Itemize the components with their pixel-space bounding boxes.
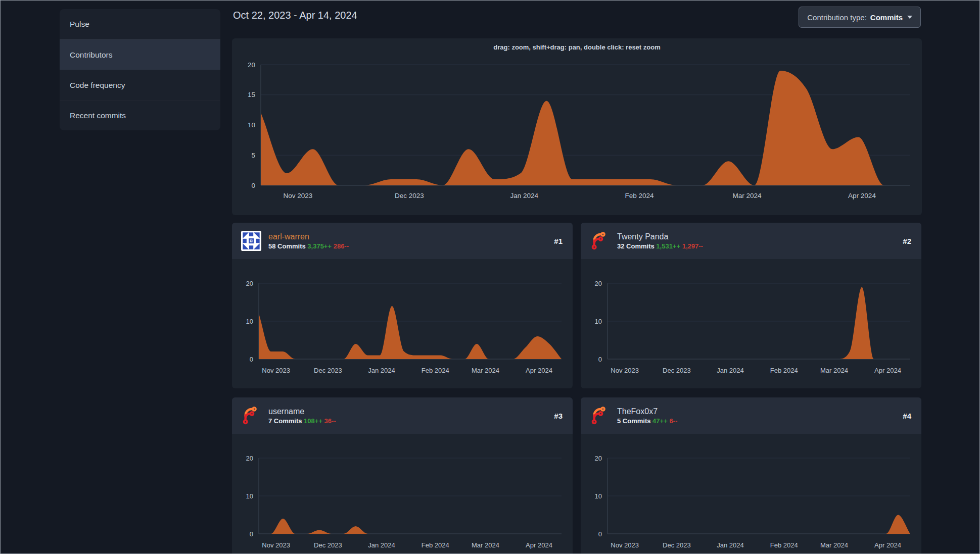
repo-activity-contributors-page: Pulse Contributors Code frequency Recent… bbox=[0, 0, 980, 554]
contributor-stats: 58 Commits 3,375++ 286-- bbox=[268, 242, 554, 250]
svg-text:Apr 2024: Apr 2024 bbox=[874, 367, 901, 374]
deletions-count: 36-- bbox=[324, 417, 336, 425]
svg-text:20: 20 bbox=[595, 280, 602, 287]
svg-text:10: 10 bbox=[246, 318, 253, 325]
contributor-activity-chart[interactable]: 01020Nov 2023Dec 2023Jan 2024Feb 2024Mar… bbox=[581, 434, 921, 554]
svg-text:Feb 2024: Feb 2024 bbox=[422, 367, 449, 374]
svg-text:Apr 2024: Apr 2024 bbox=[874, 541, 901, 549]
svg-text:Dec 2023: Dec 2023 bbox=[395, 192, 424, 199]
forgejo-logo-avatar bbox=[590, 406, 610, 426]
deletions-count: 286-- bbox=[334, 242, 349, 250]
sidebar-item-pulse[interactable]: Pulse bbox=[60, 9, 220, 39]
svg-text:Mar 2024: Mar 2024 bbox=[820, 367, 848, 374]
svg-text:Nov 2023: Nov 2023 bbox=[262, 541, 290, 549]
svg-text:5: 5 bbox=[251, 152, 255, 159]
contributor-card-header: earl-warren 58 Commits 3,375++ 286-- #1 bbox=[232, 223, 573, 259]
contributor-card-header: username 7 Commits 108++ 36-- #3 bbox=[232, 397, 573, 434]
svg-text:Nov 2023: Nov 2023 bbox=[611, 541, 639, 549]
svg-text:Apr 2024: Apr 2024 bbox=[526, 541, 552, 549]
contributor-card-header: Twenty Panda 32 Commits 1,531++ 1,297-- … bbox=[581, 223, 921, 259]
svg-text:Jan 2024: Jan 2024 bbox=[717, 541, 744, 549]
svg-text:0: 0 bbox=[251, 182, 255, 189]
deletions-count: 6-- bbox=[669, 417, 677, 425]
contributor-name: TheFox0x7 bbox=[617, 407, 903, 417]
avatar bbox=[241, 231, 261, 251]
svg-text:0: 0 bbox=[250, 530, 253, 538]
svg-text:Nov 2023: Nov 2023 bbox=[284, 192, 313, 199]
svg-text:0: 0 bbox=[598, 356, 602, 363]
date-range-title: Oct 22, 2023 - Apr 14, 2024 bbox=[233, 10, 357, 21]
rank-badge: #3 bbox=[554, 412, 563, 420]
additions-count: 3,375++ bbox=[307, 242, 332, 250]
sidebar-item-contributors[interactable]: Contributors bbox=[60, 39, 220, 70]
sidebar-item-code-frequency[interactable]: Code frequency bbox=[60, 70, 220, 100]
activity-sidebar: Pulse Contributors Code frequency Recent… bbox=[60, 9, 220, 130]
svg-text:Jan 2024: Jan 2024 bbox=[368, 367, 395, 374]
contributor-card-4: TheFox0x7 5 Commits 47++ 6-- #4 01020Nov… bbox=[581, 397, 921, 554]
contributor-stats: 32 Commits 1,531++ 1,297-- bbox=[617, 242, 903, 250]
svg-text:Dec 2023: Dec 2023 bbox=[663, 367, 691, 374]
svg-text:Feb 2024: Feb 2024 bbox=[770, 541, 798, 549]
svg-text:Mar 2024: Mar 2024 bbox=[732, 192, 762, 199]
svg-text:Nov 2023: Nov 2023 bbox=[262, 367, 290, 374]
commit-count: 32 Commits bbox=[617, 242, 655, 250]
svg-text:20: 20 bbox=[246, 455, 253, 462]
svg-text:Apr 2024: Apr 2024 bbox=[526, 367, 552, 374]
forgejo-logo-avatar bbox=[241, 406, 261, 426]
contributor-name-link[interactable]: earl-warren bbox=[268, 232, 554, 242]
svg-text:Jan 2024: Jan 2024 bbox=[510, 192, 539, 199]
svg-text:Dec 2023: Dec 2023 bbox=[314, 367, 342, 374]
svg-text:10: 10 bbox=[248, 121, 255, 129]
svg-text:Dec 2023: Dec 2023 bbox=[314, 541, 342, 549]
dropdown-prefix-label: Contribution type: bbox=[807, 13, 867, 22]
contributor-name: Twenty Panda bbox=[617, 232, 903, 242]
contributor-card-1: earl-warren 58 Commits 3,375++ 286-- #1 … bbox=[232, 223, 573, 388]
rank-badge: #2 bbox=[903, 237, 911, 245]
commit-count: 5 Commits bbox=[617, 417, 650, 425]
contributor-card-3: username 7 Commits 108++ 36-- #3 01020No… bbox=[232, 397, 573, 554]
deletions-count: 1,297-- bbox=[682, 242, 703, 250]
svg-text:Apr 2024: Apr 2024 bbox=[848, 192, 876, 199]
additions-count: 1,531++ bbox=[656, 242, 680, 250]
svg-text:Dec 2023: Dec 2023 bbox=[663, 541, 691, 549]
svg-text:10: 10 bbox=[246, 492, 253, 500]
commit-count: 7 Commits bbox=[268, 417, 302, 425]
chevron-down-icon bbox=[907, 16, 912, 19]
contribution-type-dropdown[interactable]: Contribution type: Commits bbox=[799, 7, 921, 28]
additions-count: 47++ bbox=[652, 417, 668, 425]
svg-text:Nov 2023: Nov 2023 bbox=[611, 367, 639, 374]
forgejo-logo-avatar bbox=[590, 231, 610, 251]
svg-text:20: 20 bbox=[248, 61, 255, 69]
svg-text:10: 10 bbox=[595, 318, 602, 325]
svg-text:Jan 2024: Jan 2024 bbox=[717, 367, 744, 374]
svg-text:Mar 2024: Mar 2024 bbox=[820, 541, 848, 549]
svg-text:Jan 2024: Jan 2024 bbox=[368, 541, 395, 549]
commit-count: 58 Commits bbox=[268, 242, 306, 250]
svg-text:20: 20 bbox=[595, 455, 602, 462]
total-activity-chart[interactable]: 05101520Nov 2023Dec 2023Jan 2024Feb 2024… bbox=[232, 38, 922, 215]
svg-text:0: 0 bbox=[598, 530, 602, 538]
svg-text:Mar 2024: Mar 2024 bbox=[472, 541, 499, 549]
rank-badge: #4 bbox=[903, 412, 911, 420]
svg-text:Feb 2024: Feb 2024 bbox=[770, 367, 798, 374]
contributor-activity-chart[interactable]: 01020Nov 2023Dec 2023Jan 2024Feb 2024Mar… bbox=[232, 260, 573, 388]
svg-text:Mar 2024: Mar 2024 bbox=[472, 367, 499, 374]
total-activity-panel: drag: zoom, shift+drag: pan, double clic… bbox=[232, 38, 922, 215]
dropdown-selected-value: Commits bbox=[870, 13, 903, 22]
contributor-card-2: Twenty Panda 32 Commits 1,531++ 1,297-- … bbox=[581, 223, 921, 388]
sidebar-item-recent-commits[interactable]: Recent commits bbox=[60, 100, 220, 130]
contributor-name: username bbox=[268, 407, 554, 417]
contributor-stats: 7 Commits 108++ 36-- bbox=[268, 417, 554, 425]
svg-text:Feb 2024: Feb 2024 bbox=[625, 192, 654, 199]
contributor-activity-chart[interactable]: 01020Nov 2023Dec 2023Jan 2024Feb 2024Mar… bbox=[581, 260, 921, 388]
rank-badge: #1 bbox=[554, 237, 563, 245]
contributor-stats: 5 Commits 47++ 6-- bbox=[617, 417, 903, 425]
svg-text:15: 15 bbox=[248, 91, 255, 98]
svg-text:Feb 2024: Feb 2024 bbox=[422, 541, 449, 549]
svg-text:20: 20 bbox=[246, 280, 253, 287]
contributor-card-header: TheFox0x7 5 Commits 47++ 6-- #4 bbox=[581, 397, 921, 434]
additions-count: 108++ bbox=[304, 417, 322, 425]
svg-text:0: 0 bbox=[250, 356, 253, 363]
svg-text:10: 10 bbox=[595, 492, 602, 500]
contributor-activity-chart[interactable]: 01020Nov 2023Dec 2023Jan 2024Feb 2024Mar… bbox=[232, 434, 573, 554]
